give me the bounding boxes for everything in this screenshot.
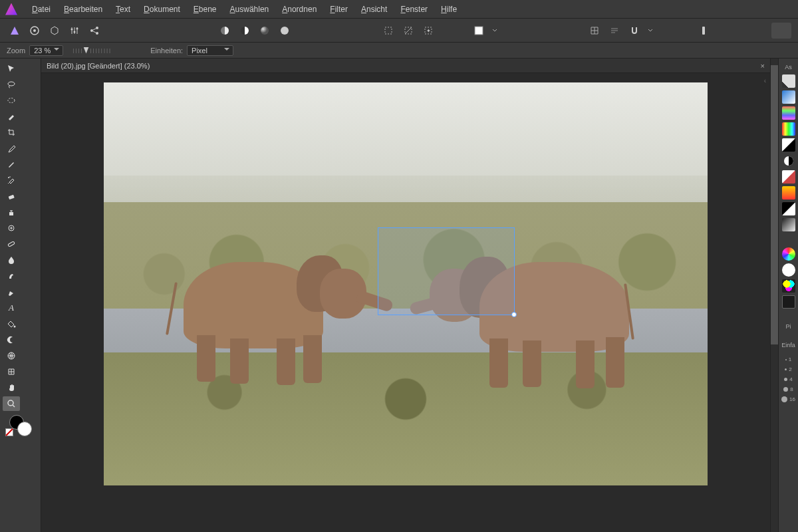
- eyedropper-tool[interactable]: [3, 141, 20, 156]
- threshold-icon[interactable]: [782, 202, 795, 215]
- zoom-tool[interactable]: [3, 396, 20, 411]
- contrast-icon[interactable]: [237, 23, 253, 39]
- menu-bearbeiten[interactable]: Bearbeiten: [57, 0, 109, 18]
- brush-size-item[interactable]: 2: [785, 366, 791, 372]
- image-content: [104, 82, 708, 485]
- circle-target-icon[interactable]: [27, 23, 43, 39]
- posterize-icon[interactable]: [782, 218, 795, 231]
- sphere-full-icon[interactable]: [277, 23, 293, 39]
- marquee-icon[interactable]: [380, 23, 396, 39]
- menu-auswaehlen[interactable]: Auswählen: [223, 0, 276, 18]
- lut-icon[interactable]: [782, 122, 795, 136]
- bw-icon[interactable]: [782, 154, 795, 168]
- levels-icon[interactable]: [782, 90, 795, 104]
- heal-tool[interactable]: [3, 237, 20, 251]
- panel-header-2[interactable]: Pi: [785, 323, 791, 330]
- sphere-shade-icon[interactable]: [257, 23, 273, 39]
- histogram-icon[interactable]: [782, 74, 795, 88]
- units-dropdown[interactable]: Pixel: [187, 45, 233, 56]
- menu-anordnen[interactable]: Anordnen: [275, 0, 323, 18]
- channel-mixer-icon[interactable]: [782, 279, 795, 293]
- align-icon[interactable]: [606, 23, 622, 39]
- equalizer-icon[interactable]: [66, 23, 82, 39]
- context-toolbar: ✦: [0, 19, 798, 43]
- move-tool[interactable]: [3, 61, 20, 76]
- panel-collapse-button[interactable]: [771, 23, 791, 39]
- crop-tool[interactable]: [3, 125, 20, 140]
- marquee-slash-icon[interactable]: [400, 23, 416, 39]
- viewport-hint: ‹: [764, 77, 766, 84]
- svg-point-21: [8, 98, 15, 103]
- menu-fenster[interactable]: Fenster: [394, 0, 434, 18]
- ellipse-select-tool[interactable]: [3, 93, 20, 108]
- svg-rect-13: [385, 27, 392, 34]
- info-icon[interactable]: [696, 23, 712, 39]
- magnet-icon[interactable]: [626, 23, 642, 39]
- exposure-icon[interactable]: [782, 263, 795, 277]
- svg-point-2: [33, 29, 36, 32]
- curves-icon[interactable]: [782, 138, 795, 152]
- close-icon[interactable]: ×: [761, 62, 765, 70]
- paintbrush-tool[interactable]: [3, 109, 20, 124]
- menu-filter[interactable]: Filter: [323, 0, 354, 18]
- brush-size-item[interactable]: 8: [783, 386, 793, 392]
- invert-icon[interactable]: [782, 170, 795, 184]
- chevron-down-icon[interactable]: [646, 23, 654, 39]
- zoom-slider[interactable]: |||| ||||||||: [72, 47, 110, 54]
- grid-tool[interactable]: [3, 364, 20, 379]
- main-area: A Bild (20).jpg [Geändert] (23.0%) × ‹: [0, 59, 798, 532]
- airbrush-tool[interactable]: [3, 173, 20, 188]
- hsl-icon[interactable]: [782, 106, 795, 120]
- color-swatches[interactable]: [3, 415, 38, 438]
- menu-text[interactable]: Text: [109, 0, 137, 18]
- chevron-down-icon[interactable]: [491, 23, 499, 39]
- menu-datei[interactable]: Datei: [25, 0, 57, 18]
- inpaint-tool[interactable]: [3, 221, 20, 235]
- svg-line-31: [13, 405, 15, 407]
- document-tab[interactable]: Bild (20).jpg [Geändert] (23.0%): [47, 62, 150, 70]
- clone-tool[interactable]: [3, 205, 20, 219]
- menu-ansicht[interactable]: Ansicht: [354, 0, 394, 18]
- hand-tool[interactable]: [3, 380, 20, 395]
- smudge-tool[interactable]: [3, 269, 20, 283]
- zoom-dropdown[interactable]: 23 %: [29, 45, 63, 56]
- lasso-tool[interactable]: [3, 77, 20, 92]
- text-tool[interactable]: A: [3, 301, 20, 315]
- grid-icon[interactable]: [587, 23, 602, 39]
- canvas-viewport[interactable]: ‹: [41, 73, 770, 532]
- menu-hilfe[interactable]: Hilfe: [434, 0, 464, 18]
- dodge-tool[interactable]: [3, 332, 20, 347]
- soft-proof-icon[interactable]: [782, 295, 795, 309]
- svg-point-30: [8, 400, 13, 406]
- panel-header[interactable]: As: [785, 64, 792, 70]
- mesh-warp-tool[interactable]: [3, 348, 20, 363]
- fill-swatch-icon[interactable]: [471, 23, 487, 39]
- foreground-color-swatch[interactable]: [17, 422, 32, 436]
- gradient-map-icon[interactable]: [782, 186, 795, 200]
- blur-tool[interactable]: [3, 253, 20, 267]
- panel-header-3[interactable]: Einfa: [781, 342, 795, 348]
- pen-tool[interactable]: [3, 285, 20, 299]
- brush-size-item[interactable]: 4: [784, 376, 792, 382]
- marquee-star-icon[interactable]: ✦: [420, 23, 436, 39]
- pencil-tool[interactable]: [3, 157, 20, 172]
- vibrance-icon[interactable]: [782, 247, 795, 261]
- menu-ebene[interactable]: Ebene: [187, 0, 223, 18]
- cube-icon[interactable]: [47, 23, 63, 39]
- menu-dokument[interactable]: Dokument: [137, 0, 187, 18]
- no-color-swatch[interactable]: [5, 428, 13, 436]
- flood-fill-tool[interactable]: [3, 317, 20, 331]
- share-icon[interactable]: [86, 23, 102, 39]
- half-circle-icon[interactable]: [217, 23, 233, 39]
- app-logo-icon[interactable]: [7, 23, 23, 39]
- vertical-scrollbar[interactable]: [770, 59, 778, 532]
- svg-point-7: [96, 27, 98, 29]
- svg-point-28: [14, 326, 16, 328]
- svg-line-15: [405, 27, 412, 34]
- brush-size-item[interactable]: 1: [785, 356, 791, 362]
- selection-handle-icon[interactable]: [511, 312, 517, 317]
- zoom-selection-marquee[interactable]: [378, 227, 515, 315]
- svg-point-8: [96, 32, 98, 35]
- brush-size-item[interactable]: 16: [781, 396, 795, 402]
- eraser-tool[interactable]: [3, 189, 20, 203]
